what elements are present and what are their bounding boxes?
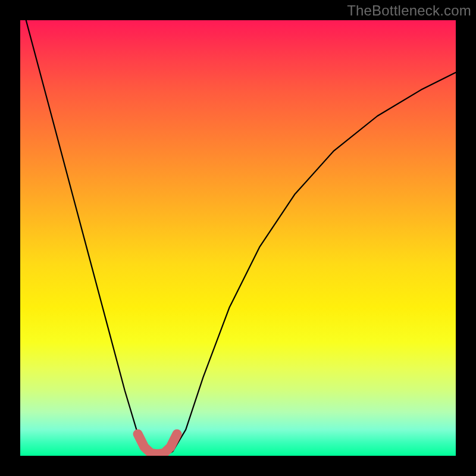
- watermark-text: TheBottleneck.com: [347, 2, 471, 19]
- gradient-plot-area: [20, 20, 456, 456]
- chart-svg: [20, 20, 456, 456]
- main-curve: [20, 20, 456, 456]
- highlight-band: [138, 434, 177, 454]
